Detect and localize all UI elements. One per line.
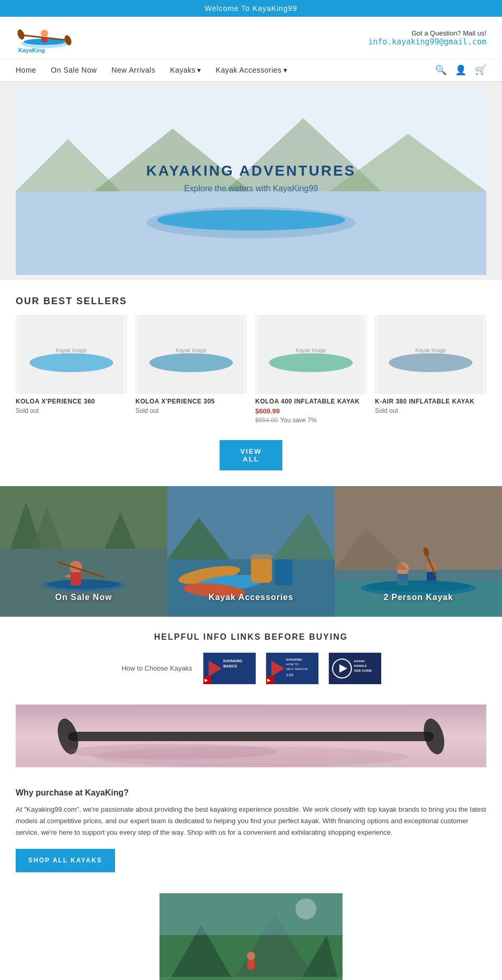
hero-image: KAYAKING ADVENTURES Explore the waters w… xyxy=(16,87,486,275)
category-label-1: On Sale Now xyxy=(0,589,167,606)
product-name-4: K-AIR 380 INFLATABLE KAYAK xyxy=(375,398,486,405)
product-image-4: Kayak Image xyxy=(375,315,486,394)
top-banner: Welcome To KayaKing99 xyxy=(0,0,502,17)
nav-new-arrivals[interactable]: New Arrivals xyxy=(111,66,155,74)
main-nav: Home On Sale Now New Arrivals Kayaks ▾ K… xyxy=(0,59,502,82)
svg-point-3 xyxy=(16,29,26,41)
nav-kayaks-label: Kayaks xyxy=(170,66,196,74)
svg-rect-78 xyxy=(329,653,381,684)
svg-text:SIZE GUIDE: SIZE GUIDE xyxy=(354,669,372,672)
svg-point-89 xyxy=(68,744,277,759)
product-status-4: Sold out xyxy=(375,407,486,414)
video-thumb-3[interactable]: KAYAK PADDLE SIZE GUIDE xyxy=(328,652,381,684)
svg-rect-85 xyxy=(68,732,434,741)
product-card-3[interactable]: Kayak Image KOLOA 400 INFLATABLE KAYAK $… xyxy=(255,315,367,424)
nav-accessories-label: Kayak Accessories xyxy=(216,66,282,74)
svg-rect-97 xyxy=(247,960,255,970)
svg-text:▶: ▶ xyxy=(204,678,208,683)
category-on-sale[interactable]: On Sale Now xyxy=(0,486,167,617)
svg-text:2:09: 2:09 xyxy=(286,673,293,677)
product-card-4[interactable]: Kayak Image K-AIR 380 INFLATABLE KAYAK S… xyxy=(375,315,486,424)
hero-banner: KAYAKING ADVENTURES Explore the waters w… xyxy=(0,82,502,280)
chevron-down-icon: ▾ xyxy=(283,66,288,74)
svg-text:Kayak Image: Kayak Image xyxy=(415,348,446,353)
why-title: Why purchase at KayaKing? xyxy=(16,788,486,798)
view-all-button[interactable]: VIEW ALL xyxy=(220,440,282,470)
shop-all-button[interactable]: SHOP ALL KAYAKS xyxy=(16,849,115,872)
category-accessories[interactable]: Kayak Accessories xyxy=(167,486,335,617)
svg-text:SELF RESCUE: SELF RESCUE xyxy=(286,667,308,671)
product-status-1: Sold out xyxy=(16,407,127,414)
helpful-section: HELPFUL INFO LINKS BEFORE BUYING How to … xyxy=(0,617,502,694)
user-icon[interactable]: 👤 xyxy=(455,64,466,76)
bottom-kayak-image xyxy=(159,893,343,980)
product-original-price-3: $654.00 xyxy=(255,417,278,424)
svg-text:KAYAKING: KAYAKING xyxy=(286,658,302,661)
promo-banner: enjoy our simple purchase site take phot… xyxy=(16,705,486,767)
search-icon[interactable]: 🔍 xyxy=(435,64,447,76)
product-card-1[interactable]: Kayak Image KOLOA X'PERIENCE 360 Sold ou… xyxy=(16,315,127,424)
best-sellers-section: OUR BEST SELLERS Kayak Image KOLOA X'PER… xyxy=(0,280,502,470)
product-image-1: Kayak Image xyxy=(16,315,127,394)
product-name-3: KOLOA 400 INFLATABLE KAYAK xyxy=(255,398,367,405)
email-address[interactable]: info.kayaking99@gmail.com xyxy=(368,37,486,47)
best-sellers-title: OUR BEST SELLERS xyxy=(0,280,502,315)
category-grid: On Sale Now Kayak Accessori xyxy=(0,486,502,617)
why-section: Why purchase at KayaKing? At "Kayaking99… xyxy=(0,778,502,893)
cart-icon[interactable]: 🛒 xyxy=(475,64,486,76)
logo-icon: KayaKing xyxy=(16,22,73,53)
nav-kayak-accessories[interactable]: Kayak Accessories ▾ xyxy=(216,66,288,74)
category-label-3: 2 Person Kayak xyxy=(335,589,502,606)
svg-text:KAYAKING ADVENTURES: KAYAKING ADVENTURES xyxy=(146,163,356,179)
header: KayaKing Got a Question? Mail us! info.k… xyxy=(0,17,502,59)
svg-point-25 xyxy=(269,353,353,372)
helpful-links: How to Choose Kayaks KAYAKING BASICS ▶ K… xyxy=(16,652,486,684)
banner-text: Welcome To KayaKing99 xyxy=(205,4,298,13)
product-sale-price-3: $609.99 xyxy=(255,407,367,415)
svg-text:BASICS: BASICS xyxy=(223,664,237,668)
chevron-down-icon: ▾ xyxy=(197,66,201,74)
svg-text:PADDLE: PADDLE xyxy=(354,664,367,667)
category-2person-label-area: 2 Person Kayak xyxy=(335,486,502,617)
svg-point-5 xyxy=(41,30,48,37)
category-accessories-label-area: Kayak Accessories xyxy=(167,486,335,617)
how-to-label: How to Choose Kayaks xyxy=(121,664,192,672)
product-card-2[interactable]: Kayak Image KOLOA X'PERIENCE 305 Sold ou… xyxy=(135,315,247,424)
svg-point-22 xyxy=(150,353,233,372)
bottom-image-area xyxy=(0,893,502,980)
svg-point-96 xyxy=(247,952,255,960)
svg-point-95 xyxy=(295,898,316,919)
svg-rect-98 xyxy=(159,977,343,980)
svg-text:HOW TO: HOW TO xyxy=(286,663,299,666)
video-thumb-1[interactable]: KAYAKING BASICS ▶ xyxy=(203,652,255,684)
logo-area[interactable]: KayaKing xyxy=(16,22,73,53)
svg-point-19 xyxy=(30,353,113,372)
nav-icons: 🔍 👤 🛒 xyxy=(435,64,486,76)
svg-rect-94 xyxy=(159,893,343,935)
svg-text:Kayak Image: Kayak Image xyxy=(176,348,207,353)
video-thumb-2[interactable]: KAYAKING HOW TO SELF RESCUE 2:09 ▶ xyxy=(266,652,318,684)
product-name-2: KOLOA X'PERIENCE 305 xyxy=(135,398,247,405)
nav-on-sale[interactable]: On Sale Now xyxy=(51,66,97,74)
product-status-2: Sold out xyxy=(135,407,247,414)
product-image-3: Kayak Image xyxy=(255,315,367,394)
svg-text:Kayak Image: Kayak Image xyxy=(56,348,87,353)
why-text: At "Kayaking99.com", we're passionate ab… xyxy=(16,804,486,838)
svg-point-11 xyxy=(157,210,345,230)
svg-point-28 xyxy=(389,353,473,372)
nav-home[interactable]: Home xyxy=(16,66,36,74)
category-on-sale-label-area: On Sale Now xyxy=(0,486,167,617)
svg-text:KAYAK: KAYAK xyxy=(354,660,365,663)
category-label-2: Kayak Accessories xyxy=(167,589,335,606)
product-image-2: Kayak Image xyxy=(135,315,247,394)
products-grid: Kayak Image KOLOA X'PERIENCE 360 Sold ou… xyxy=(0,315,502,435)
contact-area: Got a Question? Mail us! info.kayaking99… xyxy=(368,29,486,47)
product-original-price-area-3: $654.00 You save 7% xyxy=(255,415,367,424)
product-name-1: KOLOA X'PERIENCE 360 xyxy=(16,398,127,405)
product-savings-3: You save 7% xyxy=(280,417,317,424)
nav-kayaks[interactable]: Kayaks ▾ xyxy=(170,66,201,74)
category-2person[interactable]: 2 Person Kayak xyxy=(335,486,502,617)
contact-label: Got a Question? Mail us! xyxy=(368,29,486,37)
svg-rect-6 xyxy=(41,37,48,42)
helpful-title: HELPFUL INFO LINKS BEFORE BUYING xyxy=(16,632,486,642)
